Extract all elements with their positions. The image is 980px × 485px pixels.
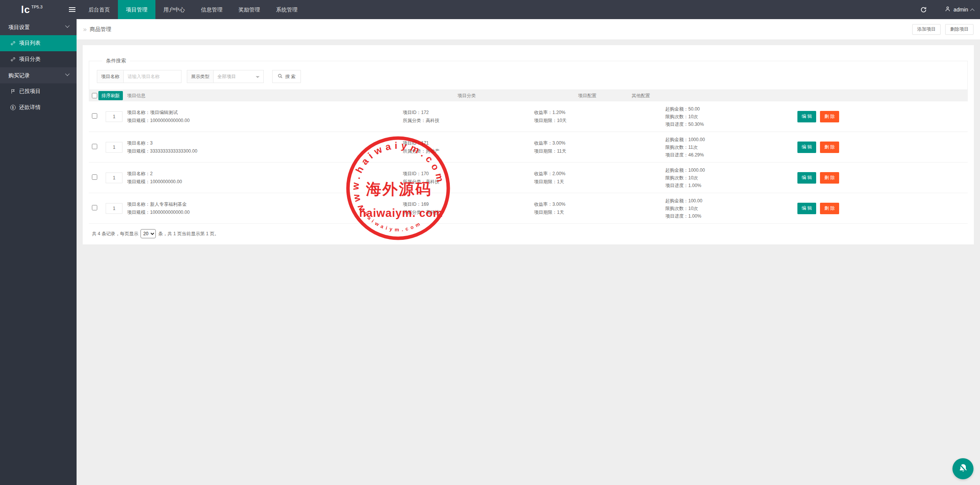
row-checkbox-cell: [89, 113, 101, 120]
project-rate-value: 3.00%: [552, 140, 565, 146]
top-nav: 后台首页 项目管理 用户中心 信息管理 奖励管理 系统管理: [80, 0, 305, 19]
row-sort-cell: [101, 173, 127, 183]
limit-times-value: 10次: [688, 175, 698, 181]
app-logo[interactable]: lcTP5.3: [0, 0, 64, 19]
chevron-up-icon: [970, 8, 974, 13]
flag-icon: [10, 89, 16, 94]
row-checkbox-cell: [89, 174, 101, 181]
field-label: 限购次数：: [665, 206, 688, 211]
nav-item-reward-management[interactable]: 奖励管理: [230, 0, 268, 19]
hamburger-menu-icon[interactable]: [64, 0, 80, 19]
field-label: 项目期限：: [534, 118, 557, 123]
main-content: » 商品管理 添加项目 删除项目 条件搜索 项目名称 展示类型 全部项目: [77, 19, 980, 485]
edit-button[interactable]: 编 辑: [797, 203, 816, 214]
sidebar-group-project-settings[interactable]: 项目设置: [0, 19, 77, 35]
delete-button[interactable]: 删 除: [820, 142, 839, 153]
field-label: 项目名称：: [127, 202, 150, 207]
content-card: 条件搜索 项目名称 展示类型 全部项目 搜 索: [83, 45, 974, 244]
other-config-cell: 起购金额：100.00 限购次数：10次 项目进度：1.00%: [662, 197, 796, 220]
row-checkbox[interactable]: [92, 113, 97, 119]
page-title: 商品管理: [90, 26, 111, 33]
delete-project-button[interactable]: 删除项目: [945, 24, 973, 35]
nav-item-info-management[interactable]: 信息管理: [193, 0, 230, 19]
display-type-select[interactable]: 全部项目: [213, 70, 264, 83]
chevron-down-icon: [65, 72, 69, 76]
project-name-group: 项目名称: [97, 70, 181, 83]
project-category-cell: 项目ID：169 所属分类：高科技: [398, 200, 532, 216]
sidebar-item-invested-projects[interactable]: 已投项目: [0, 83, 77, 99]
sidebar-item-project-category[interactable]: 项目分类: [0, 51, 77, 67]
row-checkbox[interactable]: [92, 205, 97, 210]
field-label: 起购金额：: [665, 168, 688, 173]
edit-button[interactable]: 编 辑: [797, 142, 816, 153]
user-menu[interactable]: admin: [944, 6, 974, 13]
breadcrumb-actions: 添加项目 删除项目: [912, 24, 973, 35]
row-actions-cell: 编 辑 删 除: [796, 172, 968, 184]
pagination: 共 4 条记录，每页显示 20 条，共 1 页当前显示第 1 页。: [89, 229, 968, 238]
sort-refresh-button[interactable]: 排序刷新: [98, 91, 123, 100]
sort-order-input[interactable]: [106, 142, 122, 153]
project-name-value: 新人专享福利基金: [150, 202, 187, 207]
field-label: 起购金额：: [665, 106, 688, 112]
min-amount-value: 1000.00: [688, 137, 705, 142]
mute-notifications-fab[interactable]: [952, 458, 973, 479]
row-checkbox-cell: [89, 144, 101, 150]
pagination-suffix: 条，共 1 页当前显示第 1 页。: [158, 231, 219, 237]
breadcrumb-arrow: »: [83, 26, 87, 33]
refresh-icon[interactable]: [920, 6, 928, 13]
project-category-cell: 项目ID：172 所属分类：高科技: [398, 109, 532, 125]
sidebar-group-purchase-records[interactable]: 购买记录: [0, 67, 77, 83]
delete-button[interactable]: 删 除: [820, 172, 839, 184]
user-icon: [944, 6, 951, 13]
field-label: 项目规模：: [127, 118, 150, 123]
field-label: 限购次数：: [665, 145, 688, 150]
nav-item-dashboard[interactable]: 后台首页: [80, 0, 118, 19]
row-checkbox[interactable]: [92, 144, 97, 149]
page-size-select[interactable]: 20: [140, 229, 156, 238]
other-config-cell: 起购金额：1000.00 限购次数：10次 项目进度：1.00%: [662, 166, 796, 189]
sort-order-input[interactable]: [106, 173, 122, 183]
nav-item-user-center[interactable]: 用户中心: [155, 0, 193, 19]
search-button[interactable]: 搜 索: [272, 70, 301, 83]
delete-button[interactable]: 删 除: [820, 111, 839, 122]
field-label: 项目进度：: [665, 213, 688, 219]
search-icon: [278, 73, 283, 80]
project-config-cell: 收益率：3.00% 项目期限：11天: [532, 139, 662, 155]
display-type-group: 展示类型 全部项目: [187, 70, 264, 83]
delete-button[interactable]: 删 除: [820, 203, 839, 214]
table-row: 项目名称：2 项目规模：1000000000.00 项目ID：170 所属分类：…: [89, 163, 968, 193]
column-header-info: 项目信息: [127, 90, 145, 101]
breadcrumb-bar: » 商品管理 添加项目 删除项目: [77, 19, 980, 39]
project-id-value: 170: [421, 171, 429, 176]
project-scale-value: 1000000000.00: [150, 179, 182, 184]
sidebar-item-project-list[interactable]: 项目列表: [0, 35, 77, 51]
edit-button[interactable]: 编 辑: [797, 172, 816, 184]
project-info-cell: 项目名称：项目编辑测试 项目规模：1000000000000.00: [127, 109, 398, 125]
edit-button[interactable]: 编 辑: [797, 111, 816, 122]
project-name-input[interactable]: [123, 70, 181, 83]
field-label: 项目规模：: [127, 210, 150, 215]
field-label: 所属分类：: [403, 210, 426, 215]
field-label: 项目期限：: [534, 210, 557, 215]
row-actions-cell: 编 辑 删 除: [796, 203, 968, 214]
field-label: 起购金额：: [665, 137, 688, 142]
project-cat-value: 高科技: [426, 210, 439, 215]
field-label: 所属分类：: [403, 179, 426, 184]
nav-item-project-management[interactable]: 项目管理: [118, 0, 155, 19]
select-all-checkbox[interactable]: [92, 93, 97, 98]
min-amount-value: 100.00: [688, 198, 702, 203]
project-id-value: 171: [421, 140, 429, 146]
search-fieldset: 条件搜索 项目名称 展示类型 全部项目 搜 索: [89, 57, 968, 90]
sidebar-item-label: 还款详情: [19, 104, 41, 111]
field-label: 项目ID：: [403, 171, 421, 176]
search-legend: 条件搜索: [102, 57, 130, 64]
nav-item-system-management[interactable]: 系统管理: [268, 0, 305, 19]
sort-order-input[interactable]: [106, 111, 122, 122]
progress-value: 1.00%: [688, 213, 701, 219]
field-label: 起购金额：: [665, 198, 688, 203]
row-checkbox[interactable]: [92, 174, 97, 180]
limit-times-value: 10次: [688, 206, 698, 211]
add-project-button[interactable]: 添加项目: [912, 24, 941, 35]
sidebar-item-repayment-details[interactable]: $ 还款详情: [0, 99, 77, 116]
sort-order-input[interactable]: [106, 203, 122, 214]
